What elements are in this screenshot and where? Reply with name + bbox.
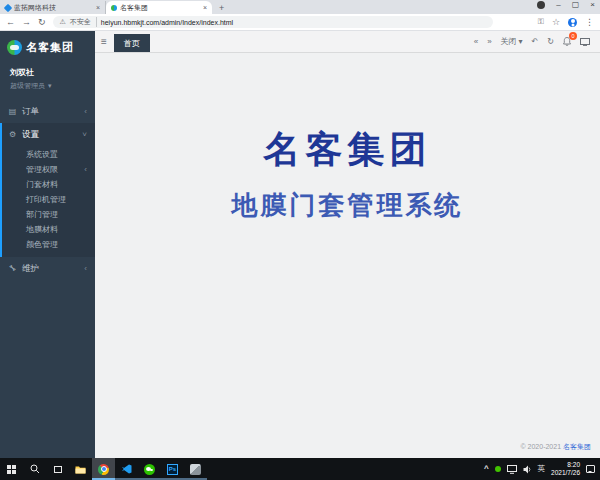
sidebar-item-permissions[interactable]: 管理权限 ‹ bbox=[2, 162, 95, 177]
photoshop-button[interactable]: Ps bbox=[161, 458, 184, 480]
user-role-label: 超级管理员 bbox=[10, 81, 45, 91]
clock-date: 2021/7/26 bbox=[551, 469, 580, 477]
scroll-tabs-left-icon[interactable]: « bbox=[474, 38, 478, 46]
folder-icon bbox=[75, 465, 86, 474]
brand-logo-icon bbox=[7, 40, 22, 55]
submenu-label: 系统设置 bbox=[26, 149, 58, 160]
sidebar-item-orders[interactable]: ▤ 订单 ‹ bbox=[0, 100, 95, 123]
chevron-left-icon: ‹ bbox=[84, 264, 87, 273]
window-close-button[interactable]: × bbox=[590, 1, 595, 9]
tab-home[interactable]: 首页 bbox=[114, 34, 150, 52]
chrome-button[interactable] bbox=[92, 458, 115, 480]
sidebar-item-department-mgmt[interactable]: 部门管理 bbox=[2, 207, 95, 222]
taskbar-clock[interactable]: 8:20 2021/7/26 bbox=[551, 461, 580, 478]
search-button[interactable] bbox=[23, 458, 46, 480]
hamburger-icon[interactable]: ≡ bbox=[101, 37, 107, 47]
system-tray: ^ 英 8:20 2021/7/26 bbox=[484, 458, 600, 480]
bookmark-star-icon[interactable]: ☆ bbox=[552, 18, 560, 27]
url-text[interactable]: heiyun.hbmkjt.com/admin/Index/index.html bbox=[101, 19, 233, 26]
security-warning-icon[interactable]: ⚠ bbox=[60, 18, 66, 26]
window-minimize-button[interactable]: – bbox=[556, 1, 560, 9]
tab2-close-icon[interactable]: × bbox=[203, 4, 207, 11]
chevron-down-icon: ▾ bbox=[519, 37, 523, 46]
clock-time: 8:20 bbox=[551, 461, 580, 469]
menu-dots-icon[interactable]: ⋮ bbox=[585, 18, 594, 27]
forward-icon[interactable]: → bbox=[22, 18, 31, 27]
user-name: 刘双社 bbox=[10, 67, 85, 78]
browser-toolbar: ← → ↻ ⚠ 不安全 heiyun.hbmkjt.com/admin/Inde… bbox=[0, 14, 600, 31]
app-icon bbox=[190, 464, 201, 475]
tray-expand-icon[interactable]: ^ bbox=[484, 465, 489, 473]
task-view-icon bbox=[53, 465, 63, 474]
submenu-label: 部门管理 bbox=[26, 209, 58, 220]
task-view-button[interactable] bbox=[46, 458, 69, 480]
copyright-text: © 2020-2021 bbox=[520, 443, 561, 450]
sidebar-item-printer-mgmt[interactable]: 打印机管理 bbox=[2, 192, 95, 207]
app-button[interactable] bbox=[184, 458, 207, 480]
maintenance-label: 维护 bbox=[22, 263, 39, 275]
notification-bell-icon[interactable]: 0 bbox=[563, 37, 571, 46]
address-bar[interactable]: ⚠ 不安全 heiyun.hbmkjt.com/admin/Index/inde… bbox=[53, 16, 493, 28]
sidebar-item-system-settings[interactable]: 系统设置 bbox=[2, 147, 95, 162]
start-button[interactable] bbox=[0, 458, 23, 480]
page-title: 名客集团 bbox=[264, 125, 432, 175]
tab1-favicon-icon bbox=[4, 3, 12, 11]
file-explorer-button[interactable] bbox=[69, 458, 92, 480]
chevron-down-icon: ▾ bbox=[48, 82, 52, 90]
window-maximize-button[interactable]: ▢ bbox=[572, 1, 580, 9]
wechat-tray-icon[interactable] bbox=[495, 466, 501, 472]
admin-page: 名客集团 刘双社 超级管理员 ▾ ▤ 订单 ‹ ⚙ 设置 ˅ bbox=[0, 31, 600, 458]
user-box: 刘双社 超级管理员 ▾ bbox=[0, 60, 95, 95]
settings-label: 设置 bbox=[22, 129, 39, 141]
scroll-tabs-right-icon[interactable]: » bbox=[487, 38, 491, 46]
user-role-dropdown[interactable]: 超级管理员 ▾ bbox=[10, 81, 85, 91]
security-label[interactable]: 不安全 bbox=[70, 17, 97, 27]
admin-topbar: ≡ 首页 « » 关闭 ▾ ↶ ↻ 0 bbox=[95, 31, 600, 53]
tab1-title: 蓝拓网络科技 bbox=[14, 3, 93, 13]
chevron-down-icon: ˅ bbox=[82, 130, 87, 139]
close-tabs-dropdown[interactable]: 关闭 ▾ bbox=[501, 36, 523, 47]
content: 名客集团 地膜门套管理系统 © 2020-2021 名客集团 bbox=[95, 53, 600, 458]
submenu-label: 门套材料 bbox=[26, 179, 58, 190]
browser-tab-strip: 蓝拓网络科技 × 名客集团 × + – ▢ × bbox=[0, 0, 600, 14]
action-center-icon[interactable] bbox=[586, 465, 595, 473]
sidebar-item-door-materials[interactable]: 门套材料 bbox=[2, 177, 95, 192]
ime-indicator[interactable]: 英 bbox=[538, 464, 546, 474]
home-tab-label: 首页 bbox=[124, 38, 140, 49]
fullscreen-icon[interactable] bbox=[580, 38, 590, 46]
tab1-close-icon[interactable]: × bbox=[96, 4, 100, 11]
volume-icon[interactable] bbox=[523, 465, 532, 474]
back-icon[interactable]: ← bbox=[6, 18, 15, 27]
search-icon bbox=[30, 464, 40, 474]
brand: 名客集团 bbox=[0, 31, 95, 60]
notification-badge: 0 bbox=[569, 32, 577, 40]
network-icon[interactable] bbox=[507, 465, 517, 474]
sidebar-item-film-materials[interactable]: 地膜材料 bbox=[2, 222, 95, 237]
photoshop-icon: Ps bbox=[167, 464, 178, 475]
chrome-icon bbox=[98, 464, 109, 475]
copyright-link[interactable]: 名客集团 bbox=[563, 443, 591, 450]
sidebar-item-settings[interactable]: ⚙ 设置 ˅ bbox=[2, 123, 95, 146]
password-key-icon[interactable]: ⚿ bbox=[538, 18, 544, 26]
close-dropdown-label: 关闭 bbox=[501, 36, 517, 47]
chevron-left-icon: ‹ bbox=[84, 107, 87, 116]
browser-profile-badge[interactable] bbox=[537, 1, 545, 9]
copyright: © 2020-2021 名客集团 bbox=[520, 442, 591, 452]
vscode-button[interactable] bbox=[115, 458, 138, 480]
browser-tab-1[interactable]: 蓝拓网络科技 × bbox=[0, 1, 106, 14]
main-area: ≡ 首页 « » 关闭 ▾ ↶ ↻ 0 bbox=[95, 31, 600, 458]
browser-tab-2[interactable]: 名客集团 × bbox=[106, 1, 212, 14]
wechat-button[interactable] bbox=[138, 458, 161, 480]
wrench-icon: 🔧︎ bbox=[8, 264, 17, 273]
reload-icon[interactable]: ↻ bbox=[38, 18, 46, 27]
back-arrow-icon[interactable]: ↶ bbox=[532, 38, 539, 46]
settings-group: ⚙ 设置 ˅ 系统设置 管理权限 ‹ 门套材料 打 bbox=[0, 123, 95, 257]
orders-label: 订单 bbox=[22, 106, 39, 118]
sidebar-item-color-mgmt[interactable]: 颜色管理 bbox=[2, 237, 95, 252]
new-tab-button[interactable]: + bbox=[219, 3, 224, 13]
refresh-icon[interactable]: ↻ bbox=[547, 38, 554, 46]
sidebar-item-maintenance[interactable]: 🔧︎ 维护 ‹ bbox=[0, 257, 95, 280]
profile-avatar-icon[interactable] bbox=[568, 18, 577, 27]
tab2-title: 名客集团 bbox=[120, 3, 200, 13]
windows-logo-icon bbox=[7, 465, 16, 474]
